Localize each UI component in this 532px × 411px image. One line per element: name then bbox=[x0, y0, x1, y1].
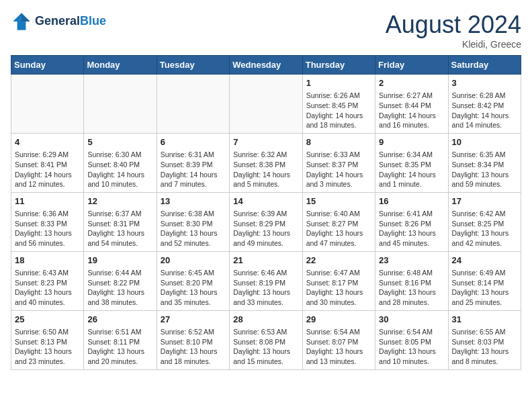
day-info: Sunrise: 6:34 AM Sunset: 8:35 PM Dayligh… bbox=[379, 150, 444, 189]
calendar-cell: 2Sunrise: 6:27 AM Sunset: 8:44 PM Daylig… bbox=[375, 75, 448, 134]
calendar-cell: 31Sunrise: 6:55 AM Sunset: 8:03 PM Dayli… bbox=[448, 310, 521, 369]
logo: GeneralBlue bbox=[11, 11, 106, 32]
day-info: Sunrise: 6:44 AM Sunset: 8:22 PM Dayligh… bbox=[87, 268, 152, 308]
day-number: 25 bbox=[15, 314, 80, 326]
weekday-header-saturday: Saturday bbox=[448, 56, 521, 75]
location: Kleidi, Greece bbox=[386, 39, 521, 50]
calendar-cell: 12Sunrise: 6:37 AM Sunset: 8:31 PM Dayli… bbox=[84, 192, 157, 251]
week-row-3: 11Sunrise: 6:36 AM Sunset: 8:33 PM Dayli… bbox=[11, 192, 521, 251]
weekday-header-friday: Friday bbox=[375, 56, 448, 75]
day-number: 3 bbox=[452, 77, 517, 89]
day-number: 17 bbox=[452, 195, 517, 208]
day-number: 29 bbox=[306, 314, 371, 326]
day-info: Sunrise: 6:55 AM Sunset: 8:03 PM Dayligh… bbox=[452, 327, 517, 367]
calendar-cell bbox=[230, 75, 302, 134]
day-number: 24 bbox=[452, 255, 517, 267]
day-info: Sunrise: 6:39 AM Sunset: 8:29 PM Dayligh… bbox=[233, 209, 298, 248]
calendar-cell: 16Sunrise: 6:41 AM Sunset: 8:26 PM Dayli… bbox=[375, 192, 448, 251]
day-info: Sunrise: 6:40 AM Sunset: 8:27 PM Dayligh… bbox=[306, 209, 371, 248]
day-info: Sunrise: 6:30 AM Sunset: 8:40 PM Dayligh… bbox=[87, 150, 152, 189]
day-number: 31 bbox=[452, 314, 517, 326]
calendar-cell: 11Sunrise: 6:36 AM Sunset: 8:33 PM Dayli… bbox=[11, 192, 84, 251]
day-info: Sunrise: 6:52 AM Sunset: 8:10 PM Dayligh… bbox=[161, 327, 226, 367]
calendar-cell: 29Sunrise: 6:54 AM Sunset: 8:07 PM Dayli… bbox=[302, 310, 375, 369]
calendar-cell: 14Sunrise: 6:39 AM Sunset: 8:29 PM Dayli… bbox=[230, 192, 302, 251]
day-number: 9 bbox=[379, 136, 444, 148]
day-number: 6 bbox=[161, 136, 226, 148]
day-number: 12 bbox=[87, 195, 152, 208]
day-number: 28 bbox=[233, 314, 298, 326]
calendar-cell bbox=[84, 75, 157, 134]
weekday-header-row: SundayMondayTuesdayWednesdayThursdayFrid… bbox=[11, 56, 521, 75]
day-number: 21 bbox=[233, 255, 298, 267]
day-number: 7 bbox=[233, 136, 298, 148]
calendar-cell: 24Sunrise: 6:49 AM Sunset: 8:14 PM Dayli… bbox=[448, 251, 521, 310]
calendar-cell: 25Sunrise: 6:50 AM Sunset: 8:13 PM Dayli… bbox=[11, 310, 84, 369]
weekday-header-wednesday: Wednesday bbox=[230, 56, 302, 75]
weekday-header-monday: Monday bbox=[84, 56, 157, 75]
svg-marker-1 bbox=[21, 13, 30, 21]
weekday-header-sunday: Sunday bbox=[11, 56, 84, 75]
calendar-cell bbox=[11, 75, 84, 134]
day-info: Sunrise: 6:47 AM Sunset: 8:17 PM Dayligh… bbox=[306, 268, 371, 308]
day-number: 26 bbox=[87, 314, 152, 326]
calendar-cell: 1Sunrise: 6:26 AM Sunset: 8:45 PM Daylig… bbox=[302, 75, 375, 134]
calendar-table: SundayMondayTuesdayWednesdayThursdayFrid… bbox=[11, 55, 521, 370]
calendar-cell: 30Sunrise: 6:54 AM Sunset: 8:05 PM Dayli… bbox=[375, 310, 448, 369]
calendar-cell: 26Sunrise: 6:51 AM Sunset: 8:11 PM Dayli… bbox=[84, 310, 157, 369]
weekday-header-tuesday: Tuesday bbox=[157, 56, 229, 75]
calendar-cell: 19Sunrise: 6:44 AM Sunset: 8:22 PM Dayli… bbox=[84, 251, 157, 310]
day-number: 23 bbox=[379, 255, 444, 267]
calendar-cell: 7Sunrise: 6:32 AM Sunset: 8:38 PM Daylig… bbox=[230, 133, 302, 192]
calendar-cell: 3Sunrise: 6:28 AM Sunset: 8:42 PM Daylig… bbox=[448, 75, 521, 134]
month-title: August 2024 bbox=[386, 11, 521, 39]
calendar-cell bbox=[157, 75, 229, 134]
title-area: August 2024 Kleidi, Greece bbox=[386, 11, 521, 50]
day-number: 11 bbox=[15, 195, 80, 208]
day-number: 1 bbox=[306, 77, 371, 89]
calendar-cell: 6Sunrise: 6:31 AM Sunset: 8:39 PM Daylig… bbox=[157, 133, 229, 192]
day-info: Sunrise: 6:29 AM Sunset: 8:41 PM Dayligh… bbox=[15, 150, 80, 189]
calendar-cell: 20Sunrise: 6:45 AM Sunset: 8:20 PM Dayli… bbox=[157, 251, 229, 310]
calendar-cell: 17Sunrise: 6:42 AM Sunset: 8:25 PM Dayli… bbox=[448, 192, 521, 251]
calendar-cell: 4Sunrise: 6:29 AM Sunset: 8:41 PM Daylig… bbox=[11, 133, 84, 192]
day-number: 30 bbox=[379, 314, 444, 326]
week-row-5: 25Sunrise: 6:50 AM Sunset: 8:13 PM Dayli… bbox=[11, 310, 521, 369]
calendar-cell: 21Sunrise: 6:46 AM Sunset: 8:19 PM Dayli… bbox=[230, 251, 302, 310]
day-info: Sunrise: 6:42 AM Sunset: 8:25 PM Dayligh… bbox=[452, 209, 517, 248]
day-number: 8 bbox=[306, 136, 371, 148]
logo-text: GeneralBlue bbox=[35, 15, 106, 28]
day-info: Sunrise: 6:35 AM Sunset: 8:34 PM Dayligh… bbox=[452, 150, 517, 189]
day-info: Sunrise: 6:27 AM Sunset: 8:44 PM Dayligh… bbox=[379, 91, 444, 130]
day-info: Sunrise: 6:46 AM Sunset: 8:19 PM Dayligh… bbox=[233, 268, 298, 308]
page-header: GeneralBlue August 2024 Kleidi, Greece bbox=[11, 11, 521, 50]
day-info: Sunrise: 6:54 AM Sunset: 8:07 PM Dayligh… bbox=[306, 327, 371, 367]
day-info: Sunrise: 6:45 AM Sunset: 8:20 PM Dayligh… bbox=[161, 268, 226, 308]
calendar-cell: 28Sunrise: 6:53 AM Sunset: 8:08 PM Dayli… bbox=[230, 310, 302, 369]
day-number: 18 bbox=[15, 255, 80, 267]
day-info: Sunrise: 6:32 AM Sunset: 8:38 PM Dayligh… bbox=[233, 150, 298, 189]
day-number: 16 bbox=[379, 195, 444, 208]
day-number: 15 bbox=[306, 195, 371, 208]
day-info: Sunrise: 6:37 AM Sunset: 8:31 PM Dayligh… bbox=[87, 209, 152, 248]
week-row-4: 18Sunrise: 6:43 AM Sunset: 8:23 PM Dayli… bbox=[11, 251, 521, 310]
day-info: Sunrise: 6:36 AM Sunset: 8:33 PM Dayligh… bbox=[15, 209, 80, 248]
calendar-cell: 8Sunrise: 6:33 AM Sunset: 8:37 PM Daylig… bbox=[302, 133, 375, 192]
week-row-2: 4Sunrise: 6:29 AM Sunset: 8:41 PM Daylig… bbox=[11, 133, 521, 192]
day-info: Sunrise: 6:49 AM Sunset: 8:14 PM Dayligh… bbox=[452, 268, 517, 308]
calendar-cell: 5Sunrise: 6:30 AM Sunset: 8:40 PM Daylig… bbox=[84, 133, 157, 192]
day-number: 22 bbox=[306, 255, 371, 267]
calendar-cell: 13Sunrise: 6:38 AM Sunset: 8:30 PM Dayli… bbox=[157, 192, 229, 251]
day-info: Sunrise: 6:26 AM Sunset: 8:45 PM Dayligh… bbox=[306, 91, 371, 130]
day-info: Sunrise: 6:54 AM Sunset: 8:05 PM Dayligh… bbox=[379, 327, 444, 367]
day-number: 4 bbox=[15, 136, 80, 148]
day-info: Sunrise: 6:33 AM Sunset: 8:37 PM Dayligh… bbox=[306, 150, 371, 189]
weekday-header-thursday: Thursday bbox=[302, 56, 375, 75]
calendar-cell: 15Sunrise: 6:40 AM Sunset: 8:27 PM Dayli… bbox=[302, 192, 375, 251]
day-info: Sunrise: 6:38 AM Sunset: 8:30 PM Dayligh… bbox=[161, 209, 226, 248]
calendar-cell: 23Sunrise: 6:48 AM Sunset: 8:16 PM Dayli… bbox=[375, 251, 448, 310]
calendar-cell: 18Sunrise: 6:43 AM Sunset: 8:23 PM Dayli… bbox=[11, 251, 84, 310]
day-number: 2 bbox=[379, 77, 444, 89]
day-number: 20 bbox=[161, 255, 226, 267]
calendar-cell: 22Sunrise: 6:47 AM Sunset: 8:17 PM Dayli… bbox=[302, 251, 375, 310]
